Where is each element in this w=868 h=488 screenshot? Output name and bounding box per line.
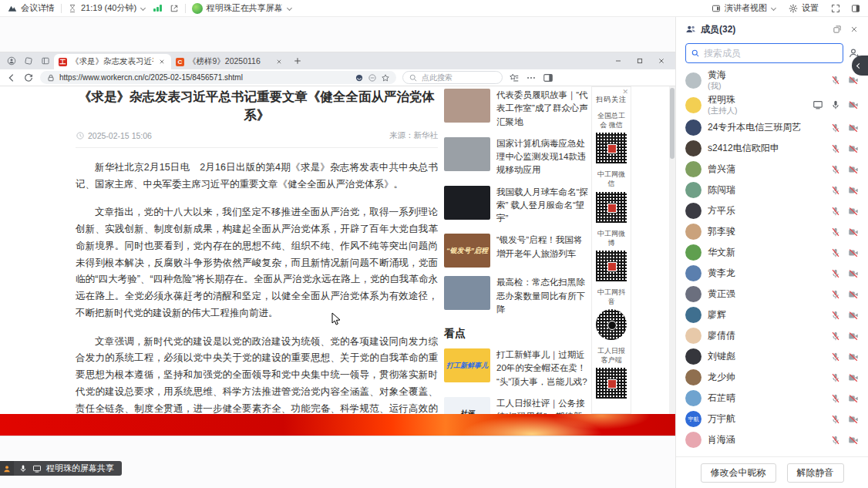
camera-off-icon[interactable]	[848, 268, 859, 279]
mic-muted-icon[interactable]	[830, 164, 841, 175]
scrollbar-thumb[interactable]	[670, 88, 675, 159]
member-row[interactable]: s2412电信欧阳申	[676, 138, 868, 159]
workspaces-icon[interactable]	[24, 56, 33, 66]
mic-icon[interactable]	[19, 464, 28, 473]
news-item[interactable]: 最高检：常态化扫黑除恶办案数量同比有所下降	[444, 276, 588, 316]
vertical-tabs-icon[interactable]	[41, 56, 50, 66]
news-title[interactable]: 代表委员履职故事｜“代表工作室”成了群众心声汇聚地	[496, 89, 588, 129]
mic-muted-icon[interactable]	[830, 372, 841, 383]
back-button[interactable]	[6, 72, 17, 83]
view-mode-selector[interactable]: 演讲者视图	[712, 2, 776, 14]
mic-muted-icon[interactable]	[830, 310, 841, 321]
panel-close-icon[interactable]	[849, 25, 859, 34]
network-quality[interactable]	[153, 5, 162, 12]
member-search-input[interactable]	[704, 48, 838, 59]
mic-muted-icon[interactable]	[830, 143, 841, 154]
rename-button[interactable]: 修改会中昵称	[701, 463, 776, 483]
news-title[interactable]: “银发号”启程！我国将增开老年人旅游列车	[496, 234, 588, 268]
member-row[interactable]: 石芷晴	[676, 388, 868, 409]
highlight-item[interactable]: 打工新鲜事儿 打工新鲜事儿｜过期近20年的安全帽还在卖！“头”顶大事，岂能儿戏?	[444, 348, 588, 389]
member-row[interactable]: 刘键彪	[676, 346, 868, 367]
collections-icon[interactable]	[509, 72, 520, 83]
news-item[interactable]: 我国载人月球车命名“探索” 载人登月服命名“望宇”	[444, 186, 588, 226]
minimize-button[interactable]	[607, 53, 629, 69]
camera-off-icon[interactable]	[848, 352, 859, 362]
member-row[interactable]: 方平乐	[676, 200, 868, 221]
extension-icon[interactable]	[355, 73, 364, 82]
news-title[interactable]: 最高检：常态化扫黑除恶办案数量同比有所下降	[496, 276, 588, 316]
mic-muted-icon[interactable]	[830, 123, 841, 133]
news-title[interactable]: 国家计算机病毒应急处理中心监测发现14款违规移动应用	[496, 137, 588, 177]
screen-icon[interactable]	[32, 464, 42, 473]
maximize-button[interactable]	[629, 53, 651, 69]
camera-off-icon[interactable]	[848, 227, 859, 237]
more-menu-icon[interactable]	[526, 72, 537, 83]
tab-close-icon[interactable]	[157, 57, 167, 66]
member-row[interactable]: 黄正强	[676, 284, 868, 305]
mic-muted-icon[interactable]	[830, 414, 841, 425]
fullscreen-button[interactable]	[831, 4, 840, 13]
page-scrollbar[interactable]	[669, 86, 675, 414]
camera-off-icon[interactable]	[848, 414, 859, 425]
mic-muted-icon[interactable]	[830, 331, 841, 342]
mic-muted-icon[interactable]	[830, 268, 841, 279]
close-button[interactable]	[651, 53, 672, 69]
mic-muted-icon[interactable]	[830, 75, 841, 86]
news-item[interactable]: 代表委员履职故事｜“代表工作室”成了群众心声汇聚地	[444, 89, 588, 129]
camera-off-icon[interactable]	[848, 372, 859, 383]
camera-off-icon[interactable]	[848, 164, 859, 175]
camera-off-icon[interactable]	[848, 123, 859, 133]
camera-off-icon[interactable]	[848, 206, 859, 217]
reading-mode-icon[interactable]	[368, 73, 377, 82]
mic-muted-icon[interactable]	[830, 393, 841, 404]
mic-muted-icon[interactable]	[830, 227, 841, 237]
camera-off-icon[interactable]	[848, 247, 859, 258]
bottom-red-banner[interactable]	[0, 414, 675, 436]
new-tab-button[interactable]	[293, 56, 302, 66]
popout-icon[interactable]	[833, 25, 842, 34]
tab-close-icon[interactable]	[274, 57, 284, 66]
unmute-button[interactable]: 解除静音	[787, 463, 844, 483]
favorite-star-icon[interactable]	[381, 73, 390, 82]
camera-off-icon[interactable]	[848, 310, 859, 321]
browser-tab[interactable]: C 《榜样9》20250116	[171, 54, 288, 69]
refresh-button[interactable]	[23, 72, 34, 83]
member-list[interactable]: 黄海 (我) 程明珠 (主持人)	[676, 68, 868, 456]
quick-search-box[interactable]	[402, 71, 503, 84]
member-row[interactable]: 肖海涵	[676, 429, 868, 450]
highlight-item[interactable]: 社评 工人日报社评｜公务接待“扫码用餐”，期待新举措释放多重效应	[444, 397, 588, 414]
url-text[interactable]: https://www.workercn.cn/c/2025-02-15/845…	[59, 73, 351, 82]
sharing-status[interactable]: 程明珠正在共享屏幕	[192, 2, 292, 14]
camera-off-icon[interactable]	[848, 75, 859, 86]
member-search-box[interactable]	[685, 43, 843, 63]
mic-muted-icon[interactable]	[830, 247, 841, 258]
camera-off-icon[interactable]	[848, 185, 859, 196]
mic-on-icon[interactable]	[830, 99, 841, 110]
settings-button[interactable]: 设置	[789, 2, 819, 14]
camera-off-icon[interactable]	[848, 289, 859, 300]
mic-muted-icon[interactable]	[830, 352, 841, 362]
camera-off-icon[interactable]	[848, 99, 859, 110]
qr-sidebar-close-icon[interactable]: ✕	[622, 88, 628, 96]
quick-search-input[interactable]	[422, 73, 491, 82]
browser-profile-icon[interactable]	[7, 56, 16, 66]
member-row[interactable]: 程明珠 (主持人)	[676, 93, 868, 117]
copilot-sidebar-icon[interactable]	[543, 72, 553, 83]
mic-muted-icon[interactable]	[830, 185, 841, 196]
member-row[interactable]: 郭李骏	[676, 221, 868, 242]
news-item[interactable]: 国家计算机病毒应急处理中心监测发现14款违规移动应用	[444, 137, 588, 177]
mic-muted-icon[interactable]	[830, 206, 841, 217]
member-row[interactable]: 龙少帅	[676, 367, 868, 388]
member-row[interactable]: 廖辉	[676, 305, 868, 325]
sidebar-toggle-button[interactable]	[851, 4, 860, 13]
mic-muted-icon[interactable]	[830, 435, 841, 446]
address-bar[interactable]: https://www.workercn.cn/c/2025-02-15/845…	[40, 71, 396, 84]
member-row[interactable]: 宇航 万宇航	[676, 409, 868, 429]
camera-off-icon[interactable]	[848, 393, 859, 404]
member-row[interactable]: 廖倩倩	[676, 325, 868, 346]
browser-tab[interactable]: 工 《求是》杂志发表习近平总书记…	[54, 54, 171, 69]
member-row[interactable]: 黄海 (我)	[676, 68, 868, 93]
news-item[interactable]: “银发号”启程 “银发号”启程！我国将增开老年人旅游列车	[444, 234, 588, 268]
member-row[interactable]: 曾兴蒲	[676, 159, 868, 180]
meeting-timer[interactable]: 21:19 (40分钟)	[68, 2, 146, 14]
